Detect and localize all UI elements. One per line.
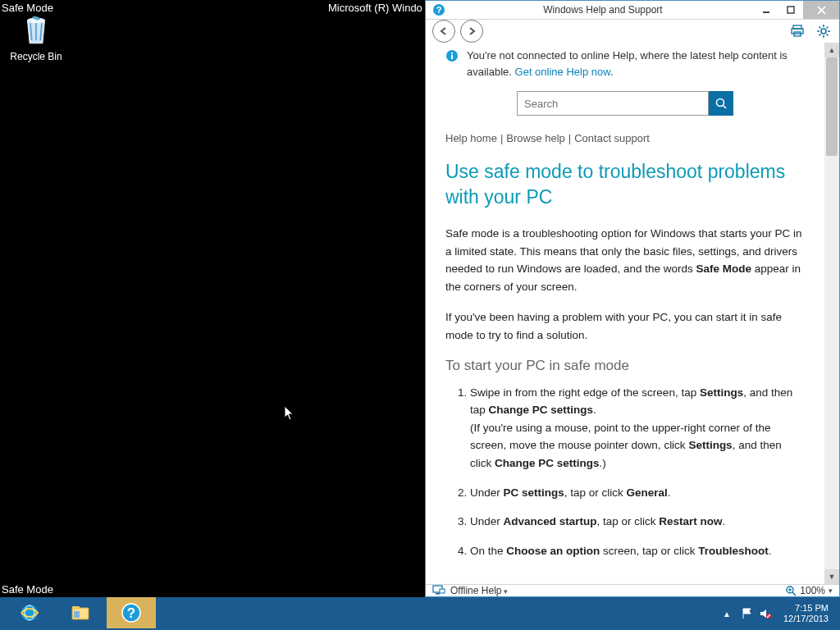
maximize-button[interactable] [778,1,803,19]
svg-rect-24 [440,589,445,593]
minimize-button[interactable] [754,1,778,19]
build-label-top: Microsoft (R) Windo [328,2,422,14]
help-app-icon: ? [431,2,447,18]
svg-text:?: ? [127,605,135,621]
svg-line-21 [724,106,727,109]
svg-line-15 [827,27,829,29]
svg-line-14 [827,34,829,36]
scrollbar[interactable]: ▲ ▼ [824,43,839,584]
crumb-browse-help[interactable]: Browse help [506,132,565,144]
safemode-corner-bl: Safe Mode [2,583,53,596]
step-3: Under Advanced startup, tap or click Res… [470,513,805,531]
tray-volume-muted-icon[interactable] [759,607,772,620]
settings-gear-icon[interactable] [815,22,833,40]
svg-rect-18 [451,55,453,59]
safemode-corner-tl: Safe Mode [2,2,53,14]
section-heading: To start your PC in safe mode [445,358,805,374]
taskbar-explorer-button[interactable] [56,597,105,628]
step-4: On the Choose an option screen, tap or c… [470,542,805,560]
taskbar-help-button[interactable]: ? [107,597,156,628]
clock-date: 12/17/2013 [783,614,829,624]
svg-rect-33 [74,611,80,618]
recycle-bin-label: Recycle Bin [10,51,62,62]
taskbar-ie-button[interactable] [5,597,54,628]
chevron-down-icon: ▾ [829,587,833,595]
step-2: Under PC settings, tap or click General. [470,484,805,502]
svg-rect-3 [763,11,769,13]
svg-point-20 [717,99,724,107]
offline-help-label: Offline Help [450,585,508,596]
get-online-help-link[interactable]: Get online Help now [515,66,610,78]
titlebar[interactable]: ? Windows Help and Support [426,1,839,20]
status-bar: Offline Help 100% ▾ [426,584,839,596]
article-title: Use safe mode to troubleshoot problems w… [445,159,805,210]
info-icon [445,49,459,80]
clock-time: 7:15 PM [783,603,829,614]
print-icon[interactable] [788,22,806,40]
taskbar[interactable]: ? ▲ 7:15 PM 12/17/2013 [0,597,840,630]
svg-rect-19 [451,52,453,54]
zoom-value: 100% [800,585,825,596]
recycle-bin-icon[interactable]: Recycle Bin [10,13,62,62]
navigation-toolbar [426,20,839,43]
taskbar-clock[interactable]: 7:15 PM 12/17/2013 [778,603,833,624]
scroll-up-button[interactable]: ▲ [824,43,839,57]
monitor-icon [432,585,445,596]
tray-flag-icon[interactable] [741,607,754,620]
svg-rect-4 [788,7,794,13]
scroll-thumb[interactable] [826,57,838,156]
intro-paragraph-1: Safe mode is a troubleshooting option fo… [445,225,805,295]
crumb-help-home[interactable]: Help home [445,132,497,144]
back-button[interactable] [432,20,455,43]
svg-line-13 [819,27,821,29]
steps-list: Swipe in from the right edge of the scre… [445,384,805,560]
breadcrumb: Help home|Browse help|Contact support [445,132,805,144]
zoom-icon [785,585,797,596]
zoom-control[interactable]: 100% ▾ [785,585,833,596]
search-input[interactable] [517,91,709,116]
svg-line-26 [792,592,796,596]
crumb-contact-support[interactable]: Contact support [574,132,650,144]
offline-help-dropdown[interactable]: Offline Help [432,585,508,596]
search-button[interactable] [709,91,733,116]
help-window: ? Windows Help and Support [425,0,840,597]
svg-rect-23 [436,593,440,595]
offline-notice: You're not connected to online Help, whe… [445,43,805,91]
svg-rect-32 [72,606,80,609]
svg-point-29 [21,605,38,621]
scroll-down-button[interactable]: ▼ [824,569,839,584]
step-1: Swipe in from the right edge of the scre… [470,384,805,472]
search-bar [517,91,733,116]
mouse-cursor-icon [284,405,295,422]
forward-button[interactable] [460,20,483,43]
svg-line-16 [819,34,821,36]
tray-show-hidden-icons[interactable]: ▲ [719,609,734,619]
svg-rect-6 [792,29,803,34]
trash-icon [19,13,53,48]
help-content-area: You're not connected to online Help, whe… [426,43,824,584]
svg-text:?: ? [436,5,442,15]
intro-paragraph-2: If you've been having a problem with you… [445,308,805,344]
svg-point-8 [821,29,826,34]
window-title: Windows Help and Support [452,4,754,16]
close-button[interactable] [803,1,839,19]
